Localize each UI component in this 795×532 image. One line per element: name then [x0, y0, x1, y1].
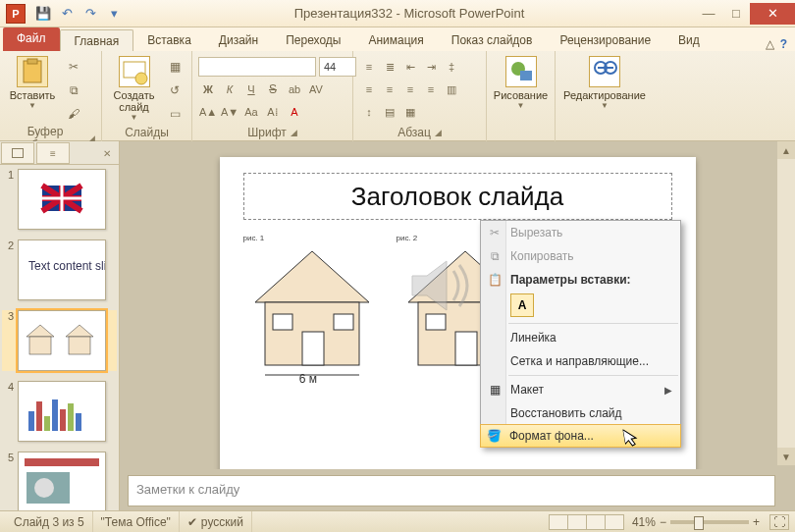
underline-button[interactable]: Ч	[241, 80, 261, 99]
svg-marker-13	[66, 325, 93, 337]
help-icon[interactable]: ?	[780, 37, 787, 51]
undo-icon[interactable]: ↶	[57, 4, 77, 24]
reading-view-button[interactable]	[586, 514, 606, 530]
thumbnail-5[interactable]: 5	[2, 452, 117, 510]
ctx-layout[interactable]: ▦Макет▶	[481, 378, 680, 401]
spacing-button[interactable]: AV	[306, 80, 326, 99]
thumbnail-list[interactable]: 1 2Text content slide preview text 3 4 5	[0, 165, 119, 510]
italic-button[interactable]: К	[220, 80, 239, 99]
ctx-cut[interactable]: ✂Вырезать	[481, 221, 680, 244]
editing-button[interactable]: Редактирование ▼	[561, 54, 648, 110]
paste-keep-text-button[interactable]: А	[510, 293, 534, 317]
audio-icon[interactable]	[402, 251, 481, 320]
tab-slideshow[interactable]: Показ слайдов	[438, 29, 547, 51]
zoom-slider[interactable]	[670, 520, 749, 524]
notes-pane[interactable]: Заметки к слайду	[128, 475, 775, 506]
copy-icon[interactable]: ⧉	[63, 80, 84, 101]
zoom-in-button[interactable]: +	[753, 515, 760, 529]
change-case-button[interactable]: A⁞	[263, 102, 283, 122]
redo-icon[interactable]: ↷	[80, 4, 100, 24]
house-left: рис. 1 6 м	[243, 245, 385, 383]
text-direction-button[interactable]: ↕	[359, 102, 379, 122]
minimize-button[interactable]: —	[695, 3, 722, 25]
align-center-button[interactable]: ≡	[380, 80, 399, 99]
bullets-button[interactable]: ≡	[359, 57, 379, 77]
tab-home[interactable]: Главная	[60, 29, 134, 51]
save-icon[interactable]: 💾	[33, 4, 53, 24]
paste-icon: 📋	[485, 270, 504, 290]
grow-font-button[interactable]: A▲	[198, 102, 218, 122]
justify-button[interactable]: ≡	[421, 80, 441, 99]
thumbnail-1[interactable]: 1	[2, 169, 117, 230]
thumbnail-3[interactable]: 3	[2, 310, 117, 371]
ctx-reset-slide[interactable]: Восстановить слайд	[481, 401, 680, 425]
ctx-format-background[interactable]: 🪣Формат фона...	[480, 424, 681, 448]
layout-icon[interactable]: ▦	[164, 56, 186, 78]
tab-file[interactable]: Файл	[3, 27, 60, 51]
zoom-out-button[interactable]: −	[660, 515, 666, 529]
close-button[interactable]: ✕	[750, 3, 795, 25]
vertical-scrollbar[interactable]: ▲ ▼	[777, 141, 795, 465]
align-left-button[interactable]: ≡	[359, 80, 379, 99]
font-dialog-launcher[interactable]: ◢	[291, 128, 297, 137]
align-text-button[interactable]: ▤	[380, 102, 399, 122]
scroll-up-icon[interactable]: ▲	[777, 141, 795, 159]
ctx-copy[interactable]: ⧉Копировать	[481, 244, 680, 268]
align-right-button[interactable]: ≡	[400, 80, 420, 99]
numbering-button[interactable]: ≣	[380, 57, 399, 77]
svg-point-24	[34, 478, 54, 498]
drawing-button[interactable]: Рисование ▼	[493, 54, 549, 110]
minimize-ribbon-icon[interactable]: △	[766, 37, 774, 51]
tab-animation[interactable]: Анимация	[354, 29, 437, 51]
columns-button[interactable]: ▥	[442, 80, 461, 99]
format-background-icon: 🪣	[484, 426, 504, 446]
sorter-view-button[interactable]	[567, 514, 587, 530]
format-painter-icon[interactable]: 🖌	[63, 103, 84, 125]
thumbnails-tab[interactable]	[1, 142, 34, 164]
shadow-button[interactable]: ab	[285, 80, 304, 99]
new-slide-button[interactable]: Создать слайд ▼	[108, 54, 160, 122]
reset-icon[interactable]: ↺	[164, 80, 186, 101]
paste-button[interactable]: Вставить ▼	[6, 54, 59, 110]
fit-to-window-button[interactable]: ⛶	[769, 514, 789, 530]
decrease-indent-button[interactable]: ⇤	[400, 57, 420, 77]
svg-rect-34	[455, 332, 477, 365]
tab-view[interactable]: Вид	[664, 29, 714, 51]
paragraph-group-label: Абзац	[398, 126, 431, 139]
font-size-combo[interactable]: 44	[319, 57, 356, 77]
section-icon[interactable]: ▭	[164, 103, 186, 125]
title-placeholder[interactable]: Заголовок слайда	[243, 173, 672, 220]
increase-indent-button[interactable]: ⇥	[421, 57, 441, 77]
maximize-button[interactable]: □	[722, 3, 750, 25]
close-pane-icon[interactable]: ✕	[96, 142, 118, 164]
ctx-ruler[interactable]: Линейка	[481, 326, 680, 349]
shrink-font-button[interactable]: A▼	[220, 102, 239, 122]
cut-icon[interactable]: ✂	[63, 56, 84, 78]
tab-review[interactable]: Рецензирование	[546, 29, 664, 51]
ctx-grid[interactable]: Сетка и направляющие...	[481, 349, 680, 373]
language-button[interactable]: ✔русский	[180, 511, 252, 532]
copy-icon: ⧉	[485, 246, 504, 266]
convert-smartart-button[interactable]: ▦	[400, 102, 420, 122]
scroll-down-icon[interactable]: ▼	[777, 448, 795, 465]
strike-button[interactable]: S	[263, 80, 283, 99]
ctx-paste-options-header: 📋Параметры вставки:	[481, 268, 680, 292]
svg-rect-18	[52, 399, 58, 431]
font-family-combo[interactable]	[198, 57, 316, 77]
thumbnail-4[interactable]: 4	[2, 381, 117, 442]
tab-transitions[interactable]: Переходы	[272, 29, 354, 51]
normal-view-button[interactable]	[549, 514, 568, 530]
font-color-button[interactable]: A	[285, 102, 304, 122]
tab-insert[interactable]: Вставка	[133, 29, 205, 51]
zoom-label[interactable]: 41%	[632, 515, 656, 529]
line-spacing-button[interactable]: ‡	[442, 57, 461, 77]
clear-format-button[interactable]: Aa	[241, 102, 261, 122]
qat-dropdown-icon[interactable]: ▾	[104, 4, 124, 24]
paragraph-dialog-launcher[interactable]: ◢	[435, 128, 442, 137]
tab-design[interactable]: Дизайн	[205, 29, 272, 51]
bold-button[interactable]: Ж	[198, 80, 218, 99]
svg-rect-16	[36, 401, 42, 431]
slideshow-view-button[interactable]	[605, 514, 624, 530]
thumbnail-2[interactable]: 2Text content slide preview text	[2, 239, 117, 300]
outline-tab[interactable]: ≡	[36, 142, 70, 164]
